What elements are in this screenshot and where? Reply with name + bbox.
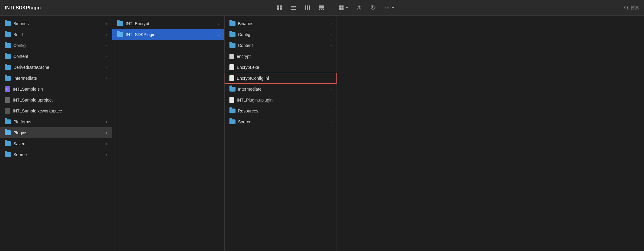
list-item[interactable]: Content › — [0, 51, 112, 62]
file-icon — [229, 75, 234, 81]
list-item-encrypt[interactable]: encrypt — [225, 51, 337, 62]
folder-icon — [117, 21, 123, 26]
svg-rect-10 — [319, 5, 324, 8]
svg-rect-2 — [277, 8, 279, 10]
list-item[interactable]: Platforms › — [0, 116, 112, 127]
list-item[interactable]: Content › — [225, 40, 337, 51]
chevron-right-icon: › — [106, 131, 107, 135]
svg-text:U: U — [5, 99, 7, 102]
folder-icon — [229, 119, 236, 124]
svg-rect-5 — [291, 8, 296, 8]
svg-point-21 — [388, 7, 389, 8]
svg-rect-15 — [341, 5, 344, 8]
chevron-right-icon: › — [106, 152, 107, 157]
more-options-button[interactable] — [382, 4, 397, 12]
uproject-file-icon: U — [5, 97, 10, 103]
toolbar-icons — [50, 4, 620, 12]
xcworkspace-file-icon — [5, 108, 10, 114]
grid-menu-button[interactable] — [336, 4, 351, 12]
svg-rect-4 — [291, 6, 296, 7]
svg-rect-3 — [280, 8, 282, 10]
list-item-intlsdkplugin[interactable]: INTLSDKPlugin › — [112, 29, 224, 40]
folder-icon — [229, 43, 236, 48]
chevron-right-icon: › — [106, 120, 107, 124]
folder-icon — [117, 32, 123, 37]
svg-point-22 — [625, 6, 628, 9]
toolbar-sep-1 — [331, 5, 331, 11]
folder-icon — [229, 87, 236, 92]
list-item[interactable]: Saved › — [0, 138, 112, 149]
chevron-right-icon: › — [218, 32, 219, 37]
column-2: INTLEncrypt › INTLSDKPlugin › — [112, 16, 225, 251]
tag-icon[interactable] — [368, 4, 379, 12]
file-icon — [229, 64, 234, 70]
grid-2x2-icon[interactable] — [274, 4, 285, 12]
titlebar: INTLSDKPlugin — [0, 0, 644, 16]
chevron-right-icon: › — [106, 32, 107, 37]
empty-pane — [337, 16, 644, 251]
chevron-right-icon: › — [330, 32, 332, 37]
list-item-plugins[interactable]: Plugins › — [0, 127, 112, 138]
list-item[interactable]: Config › — [225, 29, 337, 40]
sln-file-icon: S — [5, 86, 10, 92]
folder-icon — [5, 141, 11, 146]
list-item[interactable]: INTLSample.xcworkspace — [0, 105, 112, 116]
list-item[interactable]: Intermediate › — [225, 84, 337, 95]
list-item-encrypt-exe[interactable]: Encrypt.exe — [225, 62, 337, 73]
svg-line-23 — [627, 9, 629, 10]
folder-icon — [5, 32, 11, 37]
chevron-right-icon: › — [106, 65, 107, 69]
list-item[interactable]: S INTLSample.sln — [0, 84, 112, 95]
list-item-intlencrypt[interactable]: INTLEncrypt › — [112, 18, 224, 29]
column-3: Binaries › Config › Content › encrypt En… — [225, 16, 337, 251]
main-content: Binaries › Build › Config › Content › De… — [0, 16, 644, 251]
list-item[interactable]: Build › — [0, 29, 112, 40]
chevron-right-icon: › — [330, 87, 332, 91]
folder-icon — [5, 152, 11, 157]
svg-rect-7 — [305, 5, 306, 10]
search-label: 搜索 — [631, 5, 639, 11]
list-item-encryptconfig[interactable]: EncryptConfig.ini — [225, 73, 337, 84]
folder-icon — [5, 43, 11, 48]
list-item-intlplugin[interactable]: INTLPlugin.uplugin — [225, 95, 337, 105]
file-icon — [229, 97, 234, 103]
svg-rect-13 — [323, 9, 324, 10]
list-item[interactable]: Source › — [225, 116, 337, 127]
svg-text:S: S — [6, 88, 8, 90]
list-item[interactable]: U INTLSample.uproject — [0, 95, 112, 105]
list-icon[interactable] — [288, 4, 299, 12]
svg-rect-16 — [339, 8, 341, 10]
chevron-right-icon: › — [106, 76, 107, 80]
list-item[interactable]: Resources › — [225, 105, 337, 116]
list-item[interactable]: DerivedDataCache › — [0, 62, 112, 73]
folder-icon — [5, 54, 11, 59]
svg-point-18 — [372, 6, 373, 7]
columns-icon[interactable] — [302, 4, 313, 12]
list-item[interactable]: Source › — [0, 149, 112, 160]
chevron-right-icon: › — [106, 43, 107, 48]
list-item[interactable]: Config › — [0, 40, 112, 51]
svg-rect-17 — [341, 8, 344, 10]
chevron-right-icon: › — [106, 22, 107, 26]
chevron-right-icon: › — [330, 120, 332, 124]
chevron-right-icon: › — [106, 54, 107, 59]
list-item[interactable]: Binaries › — [0, 18, 112, 29]
list-item[interactable]: Binaries › — [225, 18, 337, 29]
folder-icon — [5, 119, 11, 124]
list-item[interactable]: Intermediate › — [0, 73, 112, 84]
folder-icon — [5, 21, 11, 26]
folder-icon — [5, 130, 11, 135]
svg-rect-8 — [307, 5, 308, 10]
gallery-icon[interactable] — [316, 4, 327, 12]
chevron-right-icon: › — [330, 109, 332, 113]
share-icon[interactable] — [354, 4, 365, 12]
chevron-right-icon: › — [330, 43, 332, 48]
svg-rect-1 — [280, 5, 282, 8]
svg-point-19 — [385, 7, 386, 8]
folder-icon — [229, 109, 236, 113]
svg-point-20 — [387, 7, 388, 8]
search-icon — [624, 5, 629, 10]
search-area[interactable]: 搜索 — [624, 5, 639, 11]
folder-icon — [5, 76, 11, 81]
file-icon — [229, 54, 234, 59]
